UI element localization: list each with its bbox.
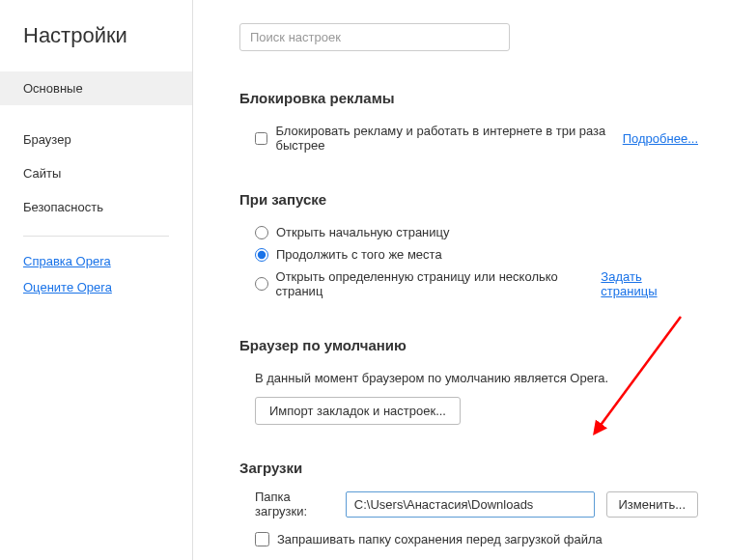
radio-label: Открыть определенную страницу или нескол… bbox=[276, 269, 598, 298]
sidebar-item-sites[interactable]: Сайты bbox=[0, 156, 192, 190]
sidebar-link-rate[interactable]: Оцените Opera bbox=[0, 274, 192, 300]
section-startup: При запуске Открыть начальную страницу П… bbox=[239, 191, 698, 302]
section-adblock: Блокировка рекламы Блокировать рекламу и… bbox=[239, 90, 698, 156]
radio-label: Открыть начальную страницу bbox=[276, 225, 450, 239]
startup-radio-home[interactable] bbox=[255, 226, 268, 239]
import-button[interactable]: Импорт закладок и настроек... bbox=[255, 397, 461, 425]
sidebar-item-security[interactable]: Безопасность bbox=[0, 190, 192, 224]
ask-folder-checkbox[interactable] bbox=[255, 532, 269, 546]
startup-radio-pages[interactable] bbox=[255, 277, 268, 291]
search-input[interactable] bbox=[239, 23, 510, 51]
section-default-browser: Браузер по умолчанию В данный момент бра… bbox=[239, 337, 698, 425]
divider bbox=[23, 236, 169, 237]
sidebar-item-label: Браузер bbox=[23, 132, 71, 147]
section-title: Браузер по умолчанию bbox=[239, 337, 698, 353]
sidebar-item-browser[interactable]: Браузер bbox=[0, 123, 192, 156]
section-downloads: Загрузки Папка загрузки: Изменить... Зап… bbox=[239, 460, 698, 550]
page-title: Настройки bbox=[0, 23, 192, 71]
sidebar-item-label: Безопасность bbox=[23, 200, 103, 214]
sidebar: Настройки Основные Браузер Сайты Безопас… bbox=[0, 0, 193, 560]
sidebar-item-label: Сайты bbox=[23, 166, 61, 181]
link-label[interactable]: Справка Opera bbox=[23, 254, 111, 268]
section-title: Блокировка рекламы bbox=[239, 90, 698, 106]
change-button[interactable]: Изменить... bbox=[606, 491, 698, 518]
folder-label: Папка загрузки: bbox=[255, 490, 342, 518]
sidebar-item-label: Основные bbox=[23, 81, 83, 96]
link-label[interactable]: Оцените Opera bbox=[23, 280, 112, 294]
default-browser-status: В данный момент браузером по умолчанию я… bbox=[255, 367, 698, 397]
download-path-input[interactable] bbox=[346, 491, 595, 518]
sidebar-item-basic[interactable]: Основные bbox=[0, 71, 192, 105]
checkbox-label: Блокировать рекламу и работать в интерне… bbox=[275, 124, 619, 153]
section-title: При запуске bbox=[239, 191, 698, 208]
adblock-more-link[interactable]: Подробнее... bbox=[623, 131, 698, 146]
checkbox-label: Запрашивать папку сохранения перед загру… bbox=[277, 532, 603, 546]
radio-label: Продолжить с того же места bbox=[276, 247, 442, 262]
sidebar-link-help[interactable]: Справка Opera bbox=[0, 248, 192, 274]
set-pages-link[interactable]: Задать страницы bbox=[601, 269, 698, 298]
adblock-checkbox[interactable] bbox=[255, 131, 267, 146]
content-area: Блокировка рекламы Блокировать рекламу и… bbox=[193, 0, 729, 560]
startup-radio-continue[interactable] bbox=[255, 248, 268, 262]
section-title: Загрузки bbox=[239, 460, 698, 476]
